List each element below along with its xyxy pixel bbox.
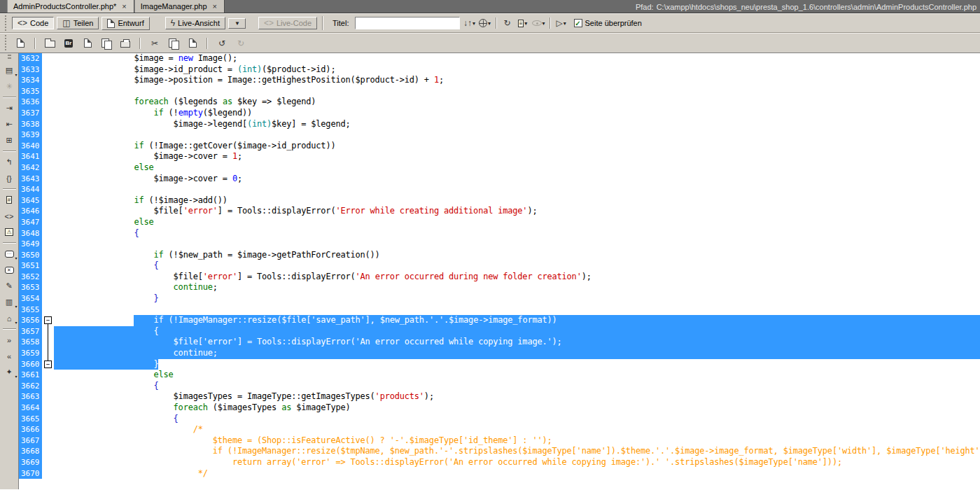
collapse-selection-icon[interactable]: ⇥	[2, 101, 17, 115]
wrap-tag-icon[interactable]: ✎	[2, 279, 17, 293]
save-all-icon[interactable]	[99, 36, 113, 51]
code-line[interactable]: 3646 $file['error'] = Tools::displayErro…	[19, 206, 980, 217]
code-text[interactable]: $theme = (Shop::isFeatureActive() ? '-'.…	[54, 435, 980, 447]
chevron-down-icon[interactable]: ▾	[564, 20, 566, 27]
copy-icon[interactable]	[167, 36, 181, 51]
code-line[interactable]: 3635	[19, 86, 980, 97]
code-line[interactable]: 3658 $file['error'] = Tools::displayErro…	[19, 337, 980, 348]
line-numbers-icon[interactable]: #	[2, 192, 17, 207]
code-text[interactable]	[54, 304, 980, 316]
collapse-outside-selection-icon[interactable]: ⇤	[2, 117, 17, 132]
highlight-invalid-code-icon[interactable]: <>	[2, 209, 17, 223]
code-text[interactable]: }	[54, 293, 980, 304]
code-line[interactable]: 3665 {	[19, 414, 980, 425]
code-line[interactable]: 3637 if (!empty($legend))	[19, 108, 980, 119]
code-text[interactable]: if (!ImageManager::resize($file['save_pa…	[54, 315, 980, 326]
code-navigator-icon[interactable]: ▷▾	[554, 15, 568, 31]
code-line[interactable]: 3642 else	[19, 162, 980, 174]
code-text[interactable]	[54, 184, 980, 195]
code-text[interactable]: $image->position = Image::getHighestPosi…	[54, 75, 980, 86]
code-text[interactable]: $file['error'] = Tools::displayError('An…	[54, 337, 980, 348]
file-management-icon[interactable]: ↓↑▾	[463, 15, 477, 31]
save-icon[interactable]	[80, 36, 94, 51]
view-options-icon[interactable]: ≡▾	[516, 15, 530, 31]
code-line[interactable]: 3649	[19, 239, 980, 250]
toolbar-grip[interactable]	[4, 35, 8, 51]
close-icon[interactable]: ×	[211, 2, 218, 10]
code-line[interactable]: 3666 /*	[19, 424, 980, 435]
paste-icon[interactable]	[186, 36, 200, 51]
chevron-down-icon[interactable]: ▾	[472, 20, 475, 27]
code-line[interactable]: 3652 $file['error'] = Tools::displayErro…	[19, 272, 980, 283]
expand-all-icon[interactable]: ⊞	[2, 133, 17, 148]
code-text[interactable]: }	[54, 359, 980, 370]
cut-icon[interactable]: ✂	[148, 36, 162, 51]
code-text[interactable]: return array('error' => Tools::displayEr…	[54, 457, 980, 468]
code-line[interactable]: 3647 else	[19, 217, 980, 228]
toolbar-grip[interactable]	[4, 15, 8, 31]
code-text[interactable]: {	[54, 381, 980, 392]
apply-comment-icon[interactable]: ⋯▾	[2, 246, 17, 261]
browse-in-bridge-icon[interactable]: Br	[62, 36, 76, 51]
code-text[interactable]: $imagesTypes = ImageType::getImagesTypes…	[54, 391, 980, 402]
open-file-icon[interactable]	[43, 36, 57, 51]
open-documents-icon[interactable]: ▤▾	[2, 63, 17, 78]
code-text[interactable]: $image = new Image();	[54, 53, 980, 64]
move-convert-css-icon[interactable]: ⌂▾	[2, 311, 17, 326]
code-text[interactable]: else	[54, 370, 980, 381]
code-line[interactable]: 3650 if (!$new_path = $image->getPathFor…	[19, 250, 980, 261]
new-document-icon[interactable]	[13, 36, 27, 51]
code-text[interactable]	[54, 86, 980, 97]
code-text[interactable]: if (!empty($legend))	[54, 108, 980, 119]
code-text[interactable]: $image->cover = 1;	[54, 151, 980, 162]
code-text[interactable]: foreach ($imagesTypes as $imageType)	[54, 402, 980, 414]
select-parent-tag-icon[interactable]: ↰	[2, 155, 17, 169]
chevron-down-icon[interactable]: ▾	[524, 20, 527, 27]
code-text[interactable]: $file['error'] = Tools::displayError('Er…	[54, 206, 980, 217]
code-text[interactable]	[54, 130, 980, 141]
code-line[interactable]: 3654 }	[19, 293, 980, 304]
code-view[interactable]: 3632 $image = new Image();3633 $image->i…	[19, 53, 980, 489]
code-text[interactable]: if (!Image::getCover($image->id_product)…	[54, 141, 980, 152]
code-line[interactable]: 3655	[19, 304, 980, 316]
code-collapse-icon[interactable]: −	[44, 360, 52, 368]
code-collapse-icon[interactable]: −	[44, 316, 52, 324]
code-text[interactable]	[54, 239, 980, 250]
code-text[interactable]: {	[54, 414, 980, 425]
code-line[interactable]: 3657 {	[19, 326, 980, 337]
code-text[interactable]: continue;	[54, 282, 980, 293]
code-line[interactable]: 3660− }	[19, 359, 980, 370]
chevron-down-icon[interactable]: ▾	[542, 20, 545, 27]
format-source-code-icon[interactable]: ✦▾	[2, 365, 17, 379]
close-icon[interactable]: ×	[120, 2, 127, 10]
code-line[interactable]: 3639	[19, 130, 980, 141]
code-line[interactable]: 3632 $image = new Image();	[19, 53, 980, 64]
syntax-error-alerts-icon[interactable]: ⚠	[2, 225, 17, 239]
code-line[interactable]: 3656− if (!ImageManager::resize($file['s…	[19, 315, 980, 326]
code-line[interactable]: 3659 continue;	[19, 348, 980, 359]
code-text[interactable]: if (!$new_path = $image->getPathForCreat…	[54, 250, 980, 261]
code-line[interactable]: 3653 continue;	[19, 282, 980, 293]
indent-code-icon[interactable]: »	[2, 332, 17, 347]
tab-imagemanager[interactable]: ImageManager.php ×	[134, 0, 225, 13]
code-line[interactable]: 3643 $image->cover = 0;	[19, 174, 980, 185]
live-view-button[interactable]: ϟ Live-Ansicht	[165, 17, 225, 29]
code-text[interactable]: else	[54, 217, 980, 228]
chevron-down-icon[interactable]: ▾	[488, 20, 491, 27]
undo-icon[interactable]: ↺	[215, 36, 229, 51]
code-line[interactable]: 3644	[19, 184, 980, 195]
code-text[interactable]: foreach ($legends as $key => $legend)	[54, 97, 980, 108]
code-text[interactable]: {	[54, 228, 980, 239]
code-line[interactable]: 3664 foreach ($imagesTypes as $imageType…	[19, 402, 980, 414]
code-line[interactable]: 3648 {	[19, 228, 980, 239]
code-line[interactable]: 3651 {	[19, 260, 980, 272]
tab-adminproductscontroller[interactable]: AdminProductsController.php* ×	[7, 0, 134, 13]
preview-in-browser-globe-icon[interactable]: ▾	[478, 15, 492, 31]
title-input[interactable]	[355, 17, 460, 29]
design-view-button[interactable]: Entwurf	[102, 17, 149, 30]
code-line[interactable]: 3663 $imagesTypes = ImageType::getImages…	[19, 391, 980, 402]
code-line[interactable]: 3670 */	[19, 468, 980, 479]
refresh-icon[interactable]: ↻	[500, 15, 514, 31]
code-line[interactable]: 3634 $image->position = Image::getHighes…	[19, 75, 980, 86]
code-text[interactable]: {	[54, 326, 980, 337]
